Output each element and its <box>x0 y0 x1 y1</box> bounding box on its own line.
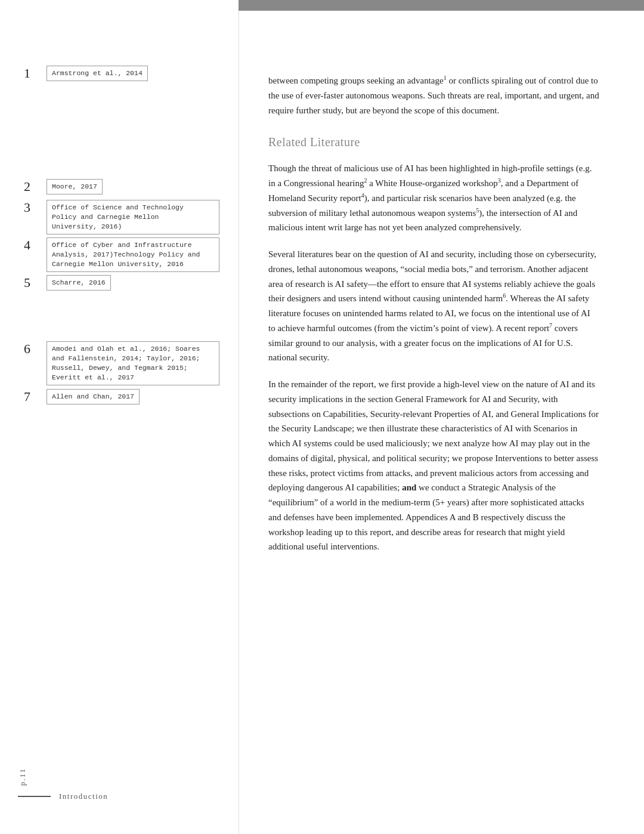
page-container: 1 Armstrong et al., 2014 2 Moore, 2017 3… <box>0 0 644 834</box>
main-content: between competing groups seeking an adva… <box>250 11 632 590</box>
citation-number-7: 7 <box>24 389 42 404</box>
citation-box-5: Scharre, 2016 <box>47 275 111 291</box>
citation-2: 2 Moore, 2017 <box>24 179 103 194</box>
citation-box-1: Armstrong et al., 2014 <box>47 66 148 81</box>
page-number-row: p.11 <box>18 768 27 786</box>
citation-1: 1 Armstrong et al., 2014 <box>24 66 148 81</box>
citation-number-3: 3 <box>24 200 42 215</box>
section-heading: Related Literature <box>268 135 599 149</box>
citation-number-1: 1 <box>24 66 42 81</box>
vertical-divider <box>239 11 239 834</box>
chapter-rule <box>18 796 51 798</box>
paragraph-1: Though the threat of malicious use of AI… <box>268 161 599 235</box>
chapter-label: Introduction <box>59 792 108 801</box>
page-footer: p.11 Introduction <box>18 768 108 801</box>
intro-text: between competing groups seeking an adva… <box>268 73 599 118</box>
citation-3: 3 Office of Science and TechnologyPolicy… <box>24 200 219 234</box>
section-heading-container: Related Literature <box>268 135 599 149</box>
citation-6: 6 Amodei and Olah et al., 2016; Soaresan… <box>24 341 219 385</box>
intro-start: between competing groups seeking an adva… <box>268 76 444 85</box>
citation-box-7: Allen and Chan, 2017 <box>47 389 140 404</box>
page-number: p.11 <box>18 768 27 786</box>
sidebar: 1 Armstrong et al., 2014 2 Moore, 2017 3… <box>0 0 239 834</box>
citation-5: 5 Scharre, 2016 <box>24 275 111 291</box>
paragraph-2: Several literatures bear on the question… <box>268 247 599 365</box>
citation-7: 7 Allen and Chan, 2017 <box>24 389 140 404</box>
citation-4: 4 Office of Cyber and InfrastructureAnal… <box>24 237 219 272</box>
citation-number-4: 4 <box>24 237 42 253</box>
citation-box-2: Moore, 2017 <box>47 179 103 194</box>
citation-box-3: Office of Science and TechnologyPolicy a… <box>47 200 219 234</box>
citation-number-2: 2 <box>24 179 42 194</box>
citation-box-6: Amodei and Olah et al., 2016; Soaresand … <box>47 341 219 385</box>
citation-box-4: Office of Cyber and InfrastructureAnalys… <box>47 237 219 272</box>
chapter-row: Introduction <box>18 792 108 801</box>
paragraph-3: In the remainder of the report, we first… <box>268 377 599 554</box>
citation-number-6: 6 <box>24 341 42 357</box>
intro-paragraph: between competing groups seeking an adva… <box>268 73 599 118</box>
citation-number-5: 5 <box>24 275 42 291</box>
